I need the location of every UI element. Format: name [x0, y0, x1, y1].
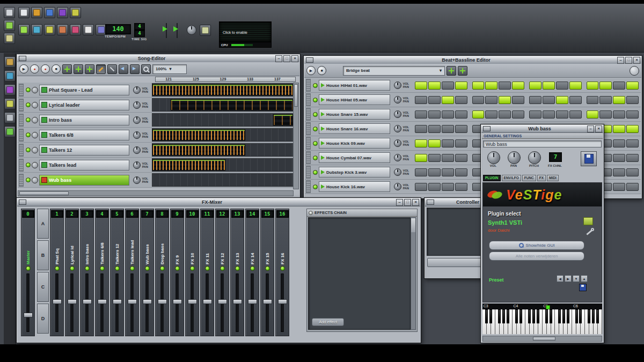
- step-cell[interactable]: [415, 168, 427, 176]
- track-solo-knob[interactable]: [32, 117, 38, 123]
- track-mute-led[interactable]: [313, 112, 318, 117]
- track-mute-led[interactable]: [26, 147, 31, 152]
- step-cell[interactable]: [543, 82, 555, 90]
- track-mute-led[interactable]: [313, 127, 318, 131]
- step-cell[interactable]: [569, 96, 582, 104]
- fader-handle[interactable]: [68, 299, 77, 304]
- slider-handle[interactable]: [163, 26, 167, 32]
- step-cell[interactable]: [415, 82, 427, 90]
- automation-editor-toggle-icon[interactable]: [57, 24, 68, 35]
- add-bb-track-button[interactable]: [62, 64, 72, 74]
- mixer-channel-strip[interactable]: 9FX 9: [170, 209, 184, 336]
- step-cell[interactable]: [587, 110, 599, 119]
- vertical-scrollbar[interactable]: [293, 83, 299, 189]
- slider-handle[interactable]: [173, 26, 178, 32]
- piano-black-key[interactable]: [528, 309, 531, 323]
- effects-chain-led[interactable]: [309, 211, 313, 215]
- step-cell[interactable]: [613, 183, 625, 191]
- step-cell[interactable]: [442, 96, 454, 104]
- channel-led[interactable]: [220, 266, 225, 271]
- step-cell[interactable]: [415, 139, 427, 147]
- piano-black-key[interactable]: [498, 309, 501, 323]
- step-cell[interactable]: [428, 82, 441, 90]
- step-cell[interactable]: [455, 183, 467, 191]
- piano-black-key[interactable]: [550, 309, 552, 323]
- channel-led[interactable]: [160, 266, 165, 271]
- channel-fader[interactable]: [248, 272, 257, 333]
- step-cell[interactable]: [529, 110, 541, 119]
- step-cell[interactable]: [428, 110, 441, 119]
- plugin-tab-midi[interactable]: MIDI: [547, 175, 559, 181]
- add-automation-track-button[interactable]: [85, 64, 94, 74]
- track-grip-handle[interactable]: [306, 137, 311, 150]
- track-mute-led[interactable]: [313, 141, 318, 146]
- track-solo-knob[interactable]: [32, 177, 38, 183]
- song-timeline-cell[interactable]: [152, 158, 294, 172]
- bb-editor-titlebar[interactable]: Beat+Bassline Editor: [304, 56, 641, 64]
- channel-fader[interactable]: [83, 272, 92, 333]
- step-cell[interactable]: [613, 96, 625, 104]
- song-timeline-cell[interactable]: [152, 173, 294, 187]
- step-cell[interactable]: [499, 82, 511, 90]
- step-cell[interactable]: [543, 110, 555, 119]
- channel-led[interactable]: [115, 266, 120, 271]
- channel-fader[interactable]: [203, 272, 212, 333]
- track-grip-handle[interactable]: [306, 122, 311, 135]
- step-cell[interactable]: [626, 82, 639, 90]
- clear-notes-button[interactable]: Alle noten verwijderen: [489, 252, 584, 261]
- channel-led[interactable]: [205, 266, 210, 271]
- channel-fader[interactable]: [233, 272, 242, 333]
- track-grip-handle[interactable]: [19, 99, 24, 112]
- channel-led[interactable]: [145, 266, 150, 271]
- step-cell[interactable]: [613, 154, 625, 162]
- step-cell[interactable]: [428, 183, 441, 191]
- step-cell[interactable]: [485, 82, 497, 90]
- channel-fader[interactable]: [278, 272, 287, 333]
- piano-black-key[interactable]: [489, 309, 492, 323]
- track-grip-handle[interactable]: [19, 159, 24, 172]
- mixer-channel-strip[interactable]: 3Intro bass: [80, 209, 94, 336]
- channel-led[interactable]: [265, 266, 270, 271]
- piano-black-key[interactable]: [596, 309, 599, 323]
- step-cell[interactable]: [442, 154, 454, 162]
- mixer-bank-button[interactable]: C: [37, 272, 49, 302]
- fader-handle[interactable]: [158, 299, 167, 304]
- mixer-channel-strip[interactable]: 15FX 15: [260, 209, 274, 336]
- piano-roll-toggle-icon[interactable]: [44, 24, 55, 35]
- step-cell[interactable]: [587, 96, 599, 104]
- volume-knob[interactable]: [133, 176, 141, 184]
- plugin-tab-func[interactable]: FUNC: [522, 175, 536, 181]
- fader-handle[interactable]: [113, 299, 122, 304]
- volume-knob[interactable]: [487, 151, 500, 164]
- step-cell[interactable]: [499, 110, 511, 119]
- track-solo-knob[interactable]: [32, 162, 38, 168]
- fx-mixer-toggle-icon[interactable]: [70, 24, 81, 35]
- song-timeline-cell[interactable]: [152, 113, 294, 127]
- song-editor-titlebar[interactable]: Song-Editor: [17, 55, 299, 63]
- fader-handle[interactable]: [128, 299, 137, 304]
- step-cell[interactable]: [442, 168, 454, 176]
- step-cell[interactable]: [613, 168, 625, 176]
- effects-chain-list[interactable]: Add effect: [308, 217, 411, 330]
- track-name-button[interactable]: Intro bass: [39, 115, 129, 125]
- piano-black-key[interactable]: [502, 309, 505, 323]
- track-name-button[interactable]: Phat Square - Lead: [39, 85, 129, 95]
- step-cell[interactable]: [415, 125, 427, 133]
- track-mute-led[interactable]: [26, 117, 31, 122]
- add-bassline-button[interactable]: [458, 66, 467, 76]
- mixer-channel-strip[interactable]: 12FX 12: [215, 209, 229, 336]
- horizontal-scrollbar[interactable]: [18, 190, 294, 196]
- oscilloscope-display[interactable]: Click to enable: [219, 21, 272, 42]
- help-icon[interactable]: [4, 20, 15, 31]
- play-button[interactable]: [306, 66, 316, 75]
- timesig-denominator-lcd[interactable]: 4: [134, 30, 145, 37]
- mixer-channel-strip[interactable]: 0Master: [21, 209, 35, 336]
- mixer-bank-button[interactable]: A: [37, 209, 49, 239]
- fader-handle[interactable]: [263, 299, 272, 304]
- mixer-channel-strip[interactable]: 13FX 13: [230, 209, 244, 336]
- channel-led[interactable]: [175, 266, 180, 271]
- track-grip-handle[interactable]: [306, 93, 311, 106]
- step-cell[interactable]: [626, 139, 639, 147]
- channel-led[interactable]: [280, 266, 285, 271]
- step-cell[interactable]: [455, 125, 467, 133]
